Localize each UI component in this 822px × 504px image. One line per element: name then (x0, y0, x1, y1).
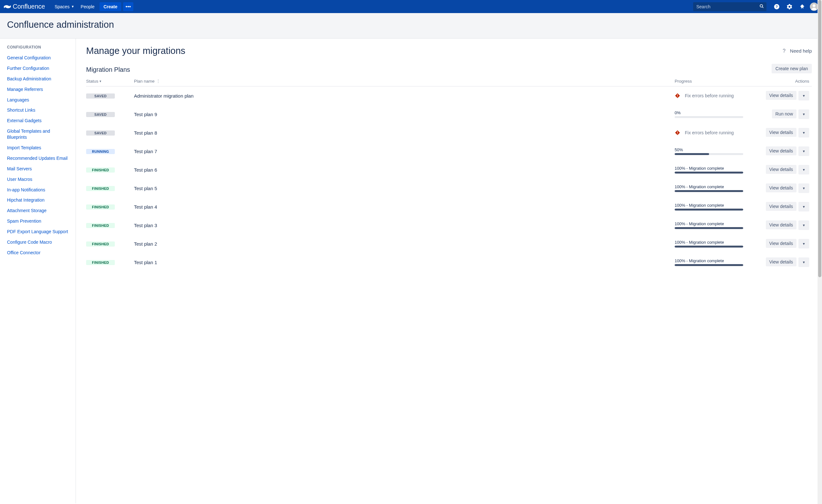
error-icon (675, 93, 680, 99)
row-actions-menu[interactable]: ▾ (798, 183, 809, 193)
error-icon (675, 130, 680, 135)
notifications-icon[interactable] (797, 2, 807, 12)
need-help-link[interactable]: ? Need help (783, 48, 812, 54)
table-row: FINISHEDTest plan 6100% - Migration comp… (86, 160, 812, 179)
table-row: SAVEDAdministrator migration planFix err… (86, 86, 812, 105)
plan-name: Test plan 8 (134, 123, 675, 142)
progress-bar (675, 245, 743, 247)
sidebar-item[interactable]: User Macros (7, 174, 69, 185)
sidebar-item[interactable]: Recommended Updates Email (7, 153, 69, 164)
plan-name: Test plan 7 (134, 142, 675, 160)
table-row: FINISHEDTest plan 5100% - Migration comp… (86, 179, 812, 197)
svg-text:?: ? (776, 4, 778, 8)
row-actions-menu[interactable]: ▾ (798, 239, 809, 248)
progress: 0% (675, 110, 755, 118)
progress: 100% - Migration complete (675, 166, 755, 173)
nav-people-label: People (81, 4, 95, 9)
status-badge: FINISHED (86, 204, 115, 209)
sort-desc-icon: ▼ (99, 80, 102, 83)
svg-rect-10 (677, 131, 678, 133)
progress-label: 50% (675, 147, 755, 152)
sidebar-item[interactable]: External Gadgets (7, 115, 69, 126)
chevron-down-icon: ▾ (803, 186, 805, 190)
col-plan-label: Plan name (134, 79, 155, 84)
view-details-button[interactable]: View details (766, 239, 797, 248)
sidebar-item[interactable]: Further Configuration (7, 63, 69, 74)
svg-rect-11 (677, 134, 678, 134)
sidebar-item[interactable]: Mail Servers (7, 164, 69, 174)
col-status-label: Status (86, 79, 98, 84)
progress-bar (675, 190, 743, 192)
row-actions-menu[interactable]: ▾ (798, 165, 809, 174)
sidebar-item[interactable]: Backup Administration (7, 74, 69, 84)
chevron-down-icon: ▾ (803, 204, 805, 209)
search-input[interactable] (693, 2, 767, 11)
progress: 50% (675, 147, 755, 155)
progress-error-text: Fix errors before running (685, 130, 734, 135)
view-details-button[interactable]: View details (766, 183, 797, 192)
table-row: FINISHEDTest plan 3100% - Migration comp… (86, 216, 812, 234)
sidebar-item[interactable]: Hipchat Integration (7, 195, 69, 205)
scrollbar-thumb[interactable] (818, 0, 821, 277)
row-actions-menu[interactable]: ▾ (798, 128, 809, 137)
more-button[interactable]: ••• (123, 2, 133, 11)
gear-icon[interactable] (784, 2, 795, 12)
admin-header: Confluence administration (0, 13, 822, 39)
row-actions-menu[interactable]: ▾ (798, 202, 809, 211)
col-plan[interactable]: Plan name⋮ (134, 76, 675, 86)
view-details-button[interactable]: View details (766, 220, 797, 229)
question-icon: ? (783, 48, 786, 54)
sidebar-item[interactable]: Global Templates and Blueprints (7, 126, 69, 142)
product-logo[interactable]: Confluence (4, 3, 45, 10)
view-details-button[interactable]: View details (766, 258, 797, 267)
sidebar-item[interactable]: In-app Notifications (7, 185, 69, 195)
chevron-down-icon: ▼ (71, 5, 74, 8)
sidebar-item[interactable]: Office Connector (7, 247, 69, 258)
progress-fill (675, 264, 743, 266)
svg-rect-7 (677, 94, 678, 96)
run-now-button[interactable]: Run now (772, 109, 797, 118)
progress-label: 100% - Migration complete (675, 259, 755, 263)
sidebar-item[interactable]: Attachment Storage (7, 205, 69, 216)
confluence-icon (4, 3, 11, 10)
progress-fill (675, 208, 743, 210)
sidebar-item[interactable]: General Configuration (7, 53, 69, 63)
status-badge: SAVED (86, 130, 115, 135)
sidebar-item[interactable]: Spam Prevention (7, 216, 69, 226)
create-button[interactable]: Create (99, 2, 121, 11)
help-icon[interactable]: ? (772, 2, 782, 12)
chevron-down-icon: ▾ (803, 130, 805, 135)
sidebar-item[interactable]: Languages (7, 95, 69, 105)
status-badge: FINISHED (86, 167, 115, 172)
row-actions-menu[interactable]: ▾ (798, 146, 809, 156)
sort-handle-icon: ⋮ (156, 79, 161, 84)
view-details-button[interactable]: View details (766, 146, 797, 155)
view-details-button[interactable]: View details (766, 165, 797, 174)
col-status[interactable]: Status▼ (86, 76, 134, 86)
row-actions-menu[interactable]: ▾ (798, 220, 809, 230)
col-actions: Actions (758, 76, 812, 86)
row-actions-menu[interactable]: ▾ (798, 91, 809, 100)
sidebar-item[interactable]: PDF Export Language Support (7, 226, 69, 237)
progress-bar (675, 208, 743, 210)
progress-label: 0% (675, 110, 755, 115)
progress: 100% - Migration complete (675, 240, 755, 247)
view-details-button[interactable]: View details (766, 128, 797, 137)
sidebar-item[interactable]: Import Templates (7, 142, 69, 153)
avatar[interactable] (810, 3, 818, 11)
progress-error: Fix errors before running (675, 130, 755, 135)
sidebar-item[interactable]: Shortcut Links (7, 105, 69, 115)
product-name: Confluence (13, 3, 45, 10)
row-actions-menu[interactable]: ▾ (798, 258, 809, 267)
sidebar-item[interactable]: Configure Code Macro (7, 237, 69, 247)
plan-name: Test plan 5 (134, 179, 675, 197)
create-plan-button[interactable]: Create new plan (772, 64, 812, 73)
nav-people[interactable]: People (77, 0, 98, 13)
table-row: SAVEDTest plan 90%Run now▾ (86, 105, 812, 123)
nav-spaces[interactable]: Spaces ▼ (51, 0, 77, 13)
view-details-button[interactable]: View details (766, 91, 797, 100)
view-details-button[interactable]: View details (766, 202, 797, 211)
row-actions-menu[interactable]: ▾ (798, 109, 809, 119)
sidebar-item[interactable]: Manage Referrers (7, 84, 69, 95)
scrollbar-track[interactable] (818, 0, 822, 503)
